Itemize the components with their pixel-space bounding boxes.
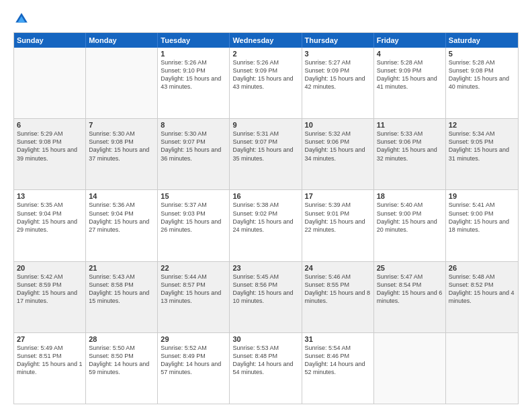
- cal-cell: 29Sunrise: 5:52 AMSunset: 8:49 PMDayligh…: [158, 333, 230, 404]
- cell-details: Sunrise: 5:30 AMSunset: 9:07 PMDaylight:…: [161, 130, 226, 163]
- cell-details: Sunrise: 5:37 AMSunset: 9:03 PMDaylight:…: [161, 201, 226, 234]
- cal-cell: 4Sunrise: 5:28 AMSunset: 9:09 PMDaylight…: [374, 48, 446, 118]
- day-number: 23: [232, 264, 298, 272]
- day-number: 12: [449, 121, 515, 129]
- cell-details: Sunrise: 5:46 AMSunset: 8:55 PMDaylight:…: [305, 273, 371, 306]
- day-number: 8: [161, 121, 226, 129]
- header-cell-sunday: Sunday: [14, 33, 86, 48]
- day-number: 29: [161, 335, 226, 343]
- cal-cell: 7Sunrise: 5:30 AMSunset: 9:08 PMDaylight…: [86, 119, 158, 189]
- cal-cell: 6Sunrise: 5:29 AMSunset: 9:08 PMDaylight…: [14, 119, 86, 189]
- calendar-header: SundayMondayTuesdayWednesdayThursdayFrid…: [14, 33, 518, 48]
- cell-details: Sunrise: 5:45 AMSunset: 8:56 PMDaylight:…: [232, 273, 298, 306]
- cal-cell: 27Sunrise: 5:49 AMSunset: 8:51 PMDayligh…: [14, 333, 86, 404]
- cal-cell: 20Sunrise: 5:42 AMSunset: 8:59 PMDayligh…: [14, 262, 86, 332]
- day-number: 6: [17, 121, 83, 129]
- cell-details: Sunrise: 5:50 AMSunset: 8:50 PMDaylight:…: [89, 344, 154, 377]
- cal-cell: [14, 48, 86, 118]
- cell-details: Sunrise: 5:26 AMSunset: 9:10 PMDaylight:…: [161, 58, 226, 91]
- day-number: 22: [161, 264, 226, 272]
- cal-cell: 21Sunrise: 5:43 AMSunset: 8:58 PMDayligh…: [86, 262, 158, 332]
- header: [13, 11, 519, 27]
- cal-cell: 13Sunrise: 5:35 AMSunset: 9:04 PMDayligh…: [14, 190, 86, 261]
- cell-details: Sunrise: 5:38 AMSunset: 9:02 PMDaylight:…: [232, 201, 298, 234]
- day-number: 10: [305, 121, 371, 129]
- cell-details: Sunrise: 5:41 AMSunset: 9:00 PMDaylight:…: [449, 201, 515, 234]
- cal-cell: [374, 333, 446, 404]
- cell-details: Sunrise: 5:32 AMSunset: 9:06 PMDaylight:…: [305, 130, 371, 163]
- cell-details: Sunrise: 5:53 AMSunset: 8:48 PMDaylight:…: [232, 344, 298, 377]
- cell-details: Sunrise: 5:54 AMSunset: 8:46 PMDaylight:…: [305, 344, 371, 377]
- day-number: 21: [89, 264, 154, 272]
- week-row-3: 13Sunrise: 5:35 AMSunset: 9:04 PMDayligh…: [14, 190, 518, 261]
- day-number: 18: [377, 192, 443, 200]
- day-number: 11: [377, 121, 443, 129]
- cal-cell: 11Sunrise: 5:33 AMSunset: 9:06 PMDayligh…: [374, 119, 446, 189]
- day-number: 4: [377, 50, 443, 58]
- day-number: 28: [89, 335, 154, 343]
- cell-details: Sunrise: 5:47 AMSunset: 8:54 PMDaylight:…: [377, 273, 443, 306]
- day-number: 5: [449, 50, 515, 58]
- day-number: 2: [232, 50, 298, 58]
- cell-details: Sunrise: 5:28 AMSunset: 9:08 PMDaylight:…: [449, 58, 515, 91]
- cal-cell: 9Sunrise: 5:31 AMSunset: 9:07 PMDaylight…: [230, 119, 302, 189]
- cell-details: Sunrise: 5:27 AMSunset: 9:09 PMDaylight:…: [305, 58, 371, 91]
- cal-cell: 26Sunrise: 5:48 AMSunset: 8:52 PMDayligh…: [446, 262, 518, 332]
- header-cell-saturday: Saturday: [446, 33, 518, 48]
- header-cell-wednesday: Wednesday: [230, 33, 302, 48]
- cal-cell: 25Sunrise: 5:47 AMSunset: 8:54 PMDayligh…: [374, 262, 446, 332]
- cal-cell: 14Sunrise: 5:36 AMSunset: 9:04 PMDayligh…: [86, 190, 158, 261]
- header-cell-friday: Friday: [374, 33, 446, 48]
- day-number: 20: [17, 264, 83, 272]
- cell-details: Sunrise: 5:44 AMSunset: 8:57 PMDaylight:…: [161, 273, 226, 306]
- week-row-5: 27Sunrise: 5:49 AMSunset: 8:51 PMDayligh…: [14, 333, 518, 404]
- day-number: 15: [161, 192, 226, 200]
- day-number: 9: [232, 121, 298, 129]
- cell-details: Sunrise: 5:49 AMSunset: 8:51 PMDaylight:…: [17, 344, 83, 377]
- day-number: 14: [89, 192, 154, 200]
- cal-cell: [446, 333, 518, 404]
- header-cell-tuesday: Tuesday: [158, 33, 230, 48]
- cell-details: Sunrise: 5:43 AMSunset: 8:58 PMDaylight:…: [89, 273, 154, 306]
- day-number: 30: [232, 335, 298, 343]
- calendar: SundayMondayTuesdayWednesdayThursdayFrid…: [13, 32, 519, 404]
- day-number: 27: [17, 335, 83, 343]
- cal-cell: 24Sunrise: 5:46 AMSunset: 8:55 PMDayligh…: [302, 262, 374, 332]
- cal-cell: 22Sunrise: 5:44 AMSunset: 8:57 PMDayligh…: [158, 262, 230, 332]
- logo-icon: [13, 11, 30, 27]
- cell-details: Sunrise: 5:30 AMSunset: 9:08 PMDaylight:…: [89, 130, 154, 163]
- cal-cell: 31Sunrise: 5:54 AMSunset: 8:46 PMDayligh…: [302, 333, 374, 404]
- calendar-body: 1Sunrise: 5:26 AMSunset: 9:10 PMDaylight…: [14, 48, 518, 404]
- cal-cell: 28Sunrise: 5:50 AMSunset: 8:50 PMDayligh…: [86, 333, 158, 404]
- cal-cell: 10Sunrise: 5:32 AMSunset: 9:06 PMDayligh…: [302, 119, 374, 189]
- week-row-1: 1Sunrise: 5:26 AMSunset: 9:10 PMDaylight…: [14, 48, 518, 119]
- page: SundayMondayTuesdayWednesdayThursdayFrid…: [0, 0, 532, 411]
- cell-details: Sunrise: 5:29 AMSunset: 9:08 PMDaylight:…: [17, 130, 83, 163]
- cell-details: Sunrise: 5:33 AMSunset: 9:06 PMDaylight:…: [377, 130, 443, 163]
- cell-details: Sunrise: 5:39 AMSunset: 9:01 PMDaylight:…: [305, 201, 371, 234]
- cell-details: Sunrise: 5:40 AMSunset: 9:00 PMDaylight:…: [377, 201, 443, 234]
- cal-cell: 18Sunrise: 5:40 AMSunset: 9:00 PMDayligh…: [374, 190, 446, 261]
- cal-cell: 1Sunrise: 5:26 AMSunset: 9:10 PMDaylight…: [158, 48, 230, 118]
- cal-cell: 5Sunrise: 5:28 AMSunset: 9:08 PMDaylight…: [446, 48, 518, 118]
- cell-details: Sunrise: 5:31 AMSunset: 9:07 PMDaylight:…: [232, 130, 298, 163]
- cell-details: Sunrise: 5:36 AMSunset: 9:04 PMDaylight:…: [89, 201, 154, 234]
- day-number: 17: [305, 192, 371, 200]
- day-number: 1: [161, 50, 226, 58]
- day-number: 25: [377, 264, 443, 272]
- header-cell-thursday: Thursday: [302, 33, 374, 48]
- cell-details: Sunrise: 5:48 AMSunset: 8:52 PMDaylight:…: [449, 273, 515, 306]
- day-number: 3: [305, 50, 371, 58]
- cal-cell: 8Sunrise: 5:30 AMSunset: 9:07 PMDaylight…: [158, 119, 230, 189]
- day-number: 26: [449, 264, 515, 272]
- cell-details: Sunrise: 5:42 AMSunset: 8:59 PMDaylight:…: [17, 273, 83, 306]
- cal-cell: 2Sunrise: 5:26 AMSunset: 9:09 PMDaylight…: [230, 48, 302, 118]
- day-number: 13: [17, 192, 83, 200]
- week-row-4: 20Sunrise: 5:42 AMSunset: 8:59 PMDayligh…: [14, 262, 518, 333]
- day-number: 16: [232, 192, 298, 200]
- cell-details: Sunrise: 5:26 AMSunset: 9:09 PMDaylight:…: [232, 58, 298, 91]
- cell-details: Sunrise: 5:52 AMSunset: 8:49 PMDaylight:…: [161, 344, 226, 377]
- cal-cell: 17Sunrise: 5:39 AMSunset: 9:01 PMDayligh…: [302, 190, 374, 261]
- cal-cell: 3Sunrise: 5:27 AMSunset: 9:09 PMDaylight…: [302, 48, 374, 118]
- header-cell-monday: Monday: [86, 33, 158, 48]
